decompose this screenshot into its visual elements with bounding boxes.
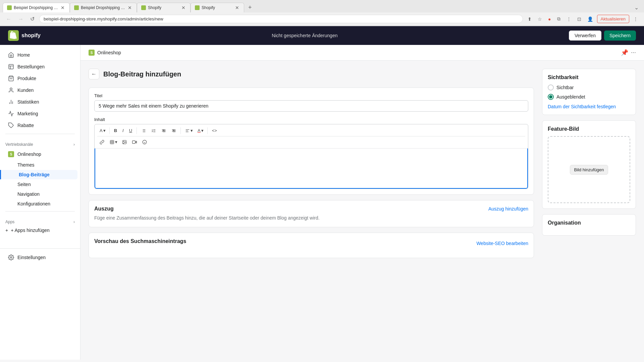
bookmark-icon[interactable]: ☆ [536, 15, 544, 23]
feature-image-box[interactable]: Bild hinzufügen [548, 136, 630, 203]
bold-button[interactable]: B [112, 126, 119, 135]
share-icon[interactable]: ⬆ [526, 15, 534, 23]
forward-button[interactable]: → [16, 15, 25, 23]
text-color-button[interactable]: A ▾ [195, 126, 205, 135]
title-input[interactable] [94, 100, 528, 112]
content-label: Inhalt [94, 117, 528, 122]
visibility-date-link[interactable]: Datum der Sichtbarkeit festlegen [548, 104, 616, 109]
sidebar-item-onlineshop[interactable]: S Onlineshop [3, 148, 77, 160]
tab-close-2[interactable]: ✕ [127, 5, 132, 10]
radio-ausgeblendet[interactable]: Ausgeblendet [548, 94, 630, 100]
indent-increase-button[interactable] [169, 127, 178, 135]
sidebar-item-settings[interactable]: Einstellungen [3, 252, 77, 263]
svg-marker-37 [135, 141, 137, 143]
tab-favicon-1 [7, 5, 12, 10]
save-button[interactable]: Speichern [604, 31, 636, 41]
sichtbarkeit-card: Sichtbarkeit Sichtbar Ausgeblendet [542, 69, 636, 115]
tab-list-button[interactable]: ⌄ [632, 3, 641, 12]
extensions-icon[interactable]: ⧉ [555, 15, 562, 23]
seo-edit-link[interactable]: Website-SEO bearbeiten [476, 241, 528, 246]
sidebar-sub-configurations[interactable]: Konfigurationen [3, 199, 77, 208]
svg-point-39 [143, 140, 147, 144]
shopify-header: shopify Nicht gespeicherte Änderungen Ve… [0, 26, 644, 45]
products-icon [8, 75, 14, 81]
back-button[interactable]: ← [89, 69, 99, 79]
underline-button[interactable]: U [127, 126, 135, 135]
onlineshop-icon: S [8, 151, 14, 157]
profile-icon[interactable]: 👤 [585, 15, 595, 23]
menu-icon[interactable]: ⋮ [565, 15, 573, 23]
text-format-button[interactable]: A ▾ [97, 126, 107, 135]
back-button[interactable]: ← [4, 15, 13, 23]
list-ordered-button[interactable] [149, 127, 158, 135]
address-bar[interactable] [39, 15, 523, 23]
sidebar-sub-blog-posts[interactable]: Blog-Beiträge [0, 170, 77, 179]
sidebar-item-orders[interactable]: Bestellungen [3, 61, 77, 72]
title-card: Titel Inhalt A ▾ [89, 87, 534, 195]
breadcrumb-label: Onlineshop [97, 50, 121, 55]
sidebar-item-customers[interactable]: Kunden [3, 84, 77, 96]
auszug-description: Füge eine Zusammenfassung des Beitrags h… [94, 215, 528, 222]
browser-tab-4[interactable]: Shopify ✕ [191, 3, 244, 12]
add-image-button[interactable]: Bild hinzufügen [570, 165, 608, 175]
link-button[interactable] [97, 138, 107, 146]
discard-button[interactable]: Verwerfen [569, 31, 601, 41]
auszug-add-link[interactable]: Auszug hinzufügen [488, 206, 528, 212]
tab-close-1[interactable]: ✕ [60, 5, 65, 10]
sidebar-item-marketing[interactable]: Marketing [3, 108, 77, 119]
sidebar-sub-themes[interactable]: Themes [3, 160, 77, 170]
browser-tab-1[interactable]: Beispiel Dropshipping Store ·... ✕ [3, 3, 70, 12]
add-apps-button[interactable]: + + Apps hinzufügen [0, 226, 80, 235]
expand-icon[interactable]: › [73, 142, 75, 147]
sidebar-divider-2 [5, 211, 75, 212]
list-unordered-button[interactable] [139, 127, 148, 135]
image-button[interactable] [120, 138, 129, 146]
italic-button[interactable]: I [120, 126, 126, 135]
tab-title-3: Shopify [148, 5, 179, 10]
pin-icon[interactable]: 📌 [621, 49, 628, 56]
align-button[interactable]: ▾ [183, 126, 195, 135]
code-button[interactable]: <> [210, 126, 219, 135]
feature-bild-card: Feature-Bild Bild hinzufügen [542, 120, 636, 209]
svg-point-10 [10, 257, 12, 258]
sidebar-discounts-label: Rabatte [17, 123, 34, 128]
more-options-icon[interactable]: ⋮ [631, 15, 640, 23]
editor-body[interactable] [95, 148, 528, 189]
browser-chrome: Beispiel Dropshipping Store ·... ✕ Beisp… [0, 0, 644, 26]
orders-icon [8, 64, 14, 70]
emoji-button[interactable] [140, 138, 149, 146]
sidebar-item-products[interactable]: Produkte [3, 73, 77, 84]
sidebar-item-discounts[interactable]: Rabatte [3, 120, 77, 131]
browser-tab-3[interactable]: Shopify ✕ [137, 3, 191, 12]
color-dropdown-arrow: ▾ [201, 128, 204, 133]
plus-icon: + [5, 228, 8, 233]
table-button[interactable]: ▾ [107, 138, 119, 146]
split-icon[interactable]: ⊡ [575, 15, 583, 23]
sidebar-sub-pages[interactable]: Seiten [3, 180, 77, 189]
address-input[interactable] [44, 16, 519, 21]
more-actions-icon[interactable]: ··· [631, 49, 636, 56]
vorschau-card: Vorschau des Suchmaschineintrags Website… [89, 233, 534, 258]
video-button[interactable] [130, 138, 139, 146]
indent-decrease-button[interactable] [159, 127, 168, 135]
organisation-title: Organisation [548, 220, 630, 226]
opera-icon[interactable]: ● [546, 15, 553, 23]
update-button[interactable]: Aktualisieren [597, 15, 629, 23]
align-dropdown-arrow: ▾ [191, 128, 193, 133]
sidebar-item-home[interactable]: Home [3, 49, 77, 61]
apps-expand-icon[interactable]: › [73, 220, 75, 224]
visibility-radio-group: Sichtbar Ausgeblendet [548, 84, 630, 100]
radio-sichtbar[interactable]: Sichtbar [548, 84, 630, 90]
tab-title-4: Shopify [202, 5, 232, 10]
settings-label: Einstellungen [17, 255, 46, 260]
new-tab-button[interactable]: + [246, 3, 255, 12]
tab-close-3[interactable]: ✕ [181, 5, 186, 10]
reload-button[interactable]: ↺ [28, 14, 37, 23]
browser-tab-2[interactable]: Beispiel Dropshipping Store ✕ [70, 3, 137, 12]
header-actions: Verwerfen Speichern [569, 31, 636, 41]
sidebar-item-analytics[interactable]: Statistiken [3, 96, 77, 108]
content-header: S Onlineshop 📌 ··· [80, 45, 644, 61]
tab-close-4[interactable]: ✕ [234, 5, 240, 10]
main-column: ← Blog-Beitrag hinzufügen Titel Inhalt [89, 69, 534, 258]
sidebar-sub-navigation[interactable]: Navigation [3, 189, 77, 199]
